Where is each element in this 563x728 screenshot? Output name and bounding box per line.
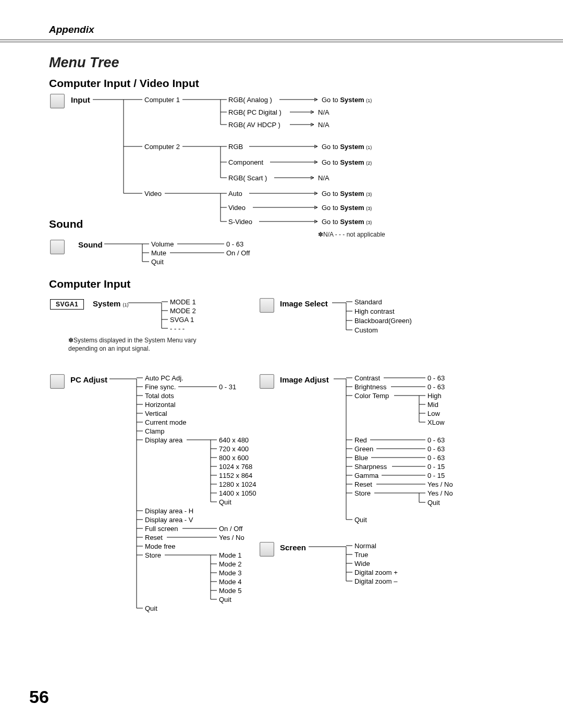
page-number: 56 bbox=[29, 687, 49, 707]
menu-tree-lines bbox=[0, 0, 563, 728]
image-select-high: High contrast bbox=[354, 307, 395, 315]
pc-auto: Auto PC Adj. bbox=[145, 374, 183, 382]
input-v-auto: Auto bbox=[228, 190, 242, 198]
pc-da-640: 640 x 480 bbox=[219, 436, 249, 444]
input-c2-rgb-scart: RGB( Scart ) bbox=[228, 174, 267, 182]
page: Appendix Menu Tree Computer Input / Vide… bbox=[0, 0, 563, 728]
ia-red: Red bbox=[354, 436, 367, 444]
pc-full: Full screen bbox=[145, 525, 178, 533]
pc-total: Total dots bbox=[145, 392, 174, 400]
screen-icon bbox=[260, 542, 274, 557]
pc-sm2: Mode 2 bbox=[219, 560, 241, 568]
system-dash: - - - - bbox=[170, 325, 185, 332]
ia-blue-r: 0 - 63 bbox=[427, 454, 445, 462]
ia-red-r: 0 - 63 bbox=[427, 436, 445, 444]
ia-ct-mid: Mid bbox=[427, 401, 438, 409]
ia-store-quit: Quit bbox=[427, 499, 440, 507]
input-c1-rgb-analog: RGB( Analog ) bbox=[228, 96, 272, 104]
input-v-svideo: S-Video bbox=[228, 218, 252, 226]
ia-ct-high: High bbox=[427, 392, 442, 400]
na-3: N/A bbox=[318, 174, 329, 182]
sound-quit: Quit bbox=[151, 258, 164, 266]
ia-green: Green bbox=[354, 445, 373, 453]
ia-ct-xlow: XLow bbox=[427, 418, 445, 426]
header-appendix: Appendix bbox=[49, 24, 94, 35]
page-title: Menu Tree bbox=[49, 55, 119, 71]
goto-system-1b: Go to System (1) bbox=[322, 143, 372, 151]
na-1: N/A bbox=[318, 108, 329, 116]
screen-label: Screen bbox=[280, 543, 306, 552]
ia-quit: Quit bbox=[354, 516, 367, 524]
ia-green-r: 0 - 63 bbox=[427, 445, 445, 453]
pc-disparea: Display area bbox=[145, 436, 182, 444]
pc-disp-v: Display area - V bbox=[145, 516, 193, 524]
pc-sm5: Mode 5 bbox=[219, 587, 241, 595]
pc-full-range: On / Off bbox=[219, 525, 242, 533]
pc-da-1024: 1024 x 768 bbox=[219, 463, 252, 471]
ia-contrast-r: 0 - 63 bbox=[427, 374, 445, 382]
ia-contrast: Contrast bbox=[354, 374, 380, 382]
goto-system-3b: Go to System (3) bbox=[322, 204, 372, 212]
sound-icon bbox=[50, 240, 65, 254]
pc-clamp: Clamp bbox=[145, 427, 165, 435]
pc-quit: Quit bbox=[145, 604, 157, 612]
na-2: N/A bbox=[318, 121, 329, 129]
ia-gamma-r: 0 - 15 bbox=[427, 472, 445, 479]
screen-wide: Wide bbox=[354, 560, 370, 567]
sound-mute: Mute bbox=[151, 249, 166, 257]
pc-da-1400: 1400 x 1050 bbox=[219, 489, 256, 497]
input-c2-component: Component bbox=[228, 158, 263, 166]
input-c2-rgb: RGB bbox=[228, 143, 243, 151]
ia-gamma: Gamma bbox=[354, 472, 378, 479]
ia-sharp: Sharpness bbox=[354, 463, 387, 471]
pc-da-800: 800 x 600 bbox=[219, 454, 249, 462]
image-select-blackboard: Blackboard(Green) bbox=[354, 317, 412, 325]
note-na: ✽N/A - - - not applicable bbox=[318, 231, 385, 238]
goto-system-2: Go to System (2) bbox=[322, 158, 372, 166]
pc-vert: Vertical bbox=[145, 410, 167, 417]
system-label: System (1) bbox=[93, 299, 129, 308]
input-icon bbox=[50, 94, 65, 108]
pc-sm3: Mode 3 bbox=[219, 569, 241, 577]
pc-reset: Reset bbox=[145, 534, 163, 541]
ia-ct-low: Low bbox=[427, 410, 440, 417]
image-select-custom: Custom bbox=[354, 326, 378, 334]
heading-cv-input: Computer Input / Video Input bbox=[49, 77, 199, 90]
sound-volume: Volume bbox=[151, 240, 174, 248]
pc-reset-range: Yes / No bbox=[219, 534, 244, 541]
system-mode1: MODE 1 bbox=[170, 298, 196, 306]
pc-curmode: Current mode bbox=[145, 418, 186, 426]
ia-colortemp: Color Temp bbox=[354, 392, 389, 400]
pc-modefree: Mode free bbox=[145, 542, 176, 550]
system-svga1: SVGA 1 bbox=[170, 316, 194, 324]
input-computer2: Computer 2 bbox=[144, 143, 180, 151]
heading-sound: Sound bbox=[49, 218, 83, 230]
pc-adjust-icon bbox=[50, 374, 65, 389]
image-select-standard: Standard bbox=[354, 298, 382, 306]
pc-da-1152: 1152 x 864 bbox=[219, 472, 252, 479]
screen-dzp: Digital zoom + bbox=[354, 569, 398, 576]
screen-dzm: Digital zoom – bbox=[354, 577, 397, 585]
input-computer1: Computer 1 bbox=[144, 96, 180, 104]
pc-da-720: 720 x 400 bbox=[219, 445, 249, 453]
pc-da-quit: Quit bbox=[219, 498, 231, 506]
pc-sm4: Mode 4 bbox=[219, 578, 241, 586]
pc-da-1280: 1280 x 1024 bbox=[219, 480, 256, 488]
pc-adjust-label: PC Adjust bbox=[70, 375, 107, 384]
pc-store: Store bbox=[145, 551, 161, 559]
image-select-icon bbox=[260, 298, 274, 313]
input-c1-rgb-avhdcp: RGB( AV HDCP ) bbox=[228, 121, 280, 129]
system-mode2: MODE 2 bbox=[170, 307, 196, 315]
ia-reset-r: Yes / No bbox=[427, 480, 453, 488]
input-c1-rgb-pcdigital: RGB( PC Digital ) bbox=[228, 108, 282, 116]
system-footnote: ✽Systems displayed in the System Menu va… bbox=[68, 336, 212, 353]
pc-squit: Quit bbox=[219, 596, 231, 603]
pc-sm1: Mode 1 bbox=[219, 551, 241, 559]
ia-brightness-r: 0 - 63 bbox=[427, 383, 445, 391]
goto-system-3c: Go to System (3) bbox=[322, 218, 372, 226]
ia-store: Store bbox=[354, 489, 371, 497]
ia-brightness: Brightness bbox=[354, 383, 386, 391]
header-rule bbox=[0, 40, 563, 42]
sound-volume-range: 0 - 63 bbox=[226, 240, 243, 248]
input-v-video: Video bbox=[228, 204, 246, 212]
